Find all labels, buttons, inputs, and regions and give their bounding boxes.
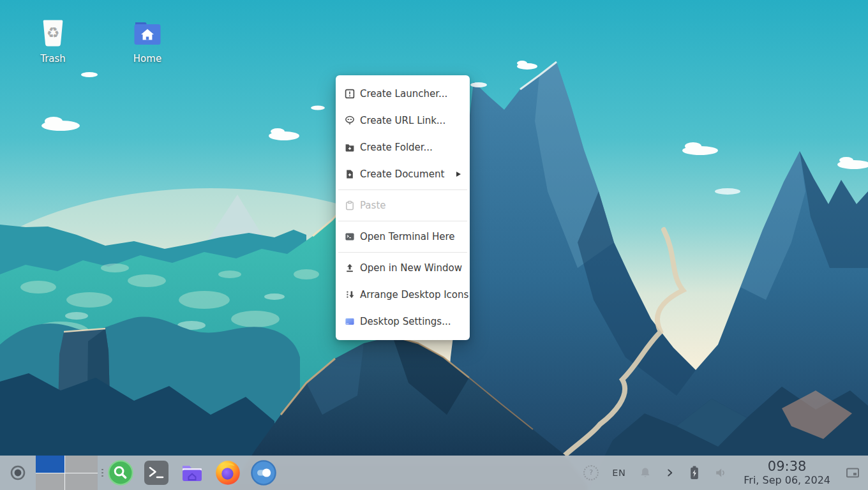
menu-item-label: Create URL Link... (360, 115, 445, 126)
terminal-launcher-button[interactable] (144, 460, 169, 486)
speaker-icon (714, 466, 728, 480)
workspace-pager (36, 456, 98, 490)
desktop: ♻ Trash Home Create Launch (0, 0, 868, 490)
desktop-settings-icon (345, 316, 355, 327)
menu-item-desktop-settings[interactable]: Desktop Settings... (336, 308, 470, 335)
arrange-icons-icon (345, 290, 355, 300)
create-launcher-icon (345, 89, 355, 99)
display-toggle-button[interactable] (251, 460, 276, 486)
file-manager-button[interactable] (179, 460, 205, 486)
toggle-switch-icon (251, 460, 276, 486)
menu-item-label: Create Launcher... (360, 88, 447, 100)
bell-icon (639, 466, 652, 479)
desktop-icon-label: Home (133, 53, 161, 64)
help-badge-icon[interactable]: ? (583, 465, 599, 480)
menu-item-label: Desktop Settings... (360, 316, 451, 327)
panel-drag-handle[interactable] (101, 469, 103, 477)
svg-text:♻: ♻ (47, 24, 60, 41)
menu-separator (338, 221, 467, 221)
menu-separator (338, 189, 467, 190)
menu-item-label: Arrange Desktop Icons (360, 289, 468, 301)
application-finder-button[interactable] (108, 460, 133, 486)
menu-separator (338, 252, 467, 253)
menu-item-create-launcher[interactable]: Create Launcher... (336, 80, 470, 107)
create-document-icon (345, 169, 355, 179)
notifications-button[interactable] (639, 466, 652, 479)
desktop-icon-home[interactable]: Home (117, 17, 178, 64)
menu-item-create-document[interactable]: Create Document (336, 161, 470, 188)
submenu-arrow-icon (456, 172, 461, 177)
desktop-icon-label: Trash (40, 53, 66, 64)
show-desktop-button[interactable] (846, 466, 860, 479)
chevron-right-icon (665, 468, 675, 477)
system-tray: ? EN (583, 459, 868, 486)
clock-date: Fri, Sep 06, 2024 (744, 475, 830, 486)
menu-item-open-terminal-here[interactable]: Open Terminal Here (336, 223, 470, 250)
trash-icon: ♻ (36, 17, 70, 50)
terminal-icon (345, 232, 355, 242)
menu-item-label: Create Folder... (360, 142, 433, 153)
taskbar: ? EN (0, 456, 868, 490)
desktop-context-menu: Create Launcher... Create URL Link... Cr… (336, 75, 470, 340)
show-desktop-orb-button[interactable] (10, 464, 26, 481)
search-icon (108, 460, 133, 486)
workspace-1[interactable] (36, 456, 64, 473)
menu-item-open-in-new-window[interactable]: Open in New Window (336, 255, 470, 281)
menu-item-label: Create Document (360, 168, 444, 180)
terminal-icon (144, 461, 168, 485)
menu-item-label: Open in New Window (360, 262, 462, 274)
desktop-icon-trash[interactable]: ♻ Trash (22, 17, 84, 64)
circle-dot-icon (10, 464, 26, 481)
workspace-4[interactable] (65, 473, 98, 490)
menu-item-label: Paste (360, 200, 386, 211)
paste-icon (345, 200, 355, 211)
launcher-group (108, 460, 276, 486)
menu-item-create-url-link[interactable]: Create URL Link... (336, 107, 470, 134)
show-desktop-icon (846, 466, 860, 479)
battery-charging-icon (688, 465, 701, 480)
clock[interactable]: 09:38 Fri, Sep 06, 2024 (744, 459, 830, 486)
create-folder-icon (345, 142, 355, 152)
menu-item-create-folder[interactable]: Create Folder... (336, 134, 470, 161)
battery-indicator[interactable] (688, 465, 701, 480)
home-folder-icon (131, 17, 164, 50)
folder-icon (179, 460, 205, 486)
menu-item-arrange-desktop-icons[interactable]: Arrange Desktop Icons (336, 281, 470, 308)
tray-expand-button[interactable] (665, 468, 675, 477)
create-url-link-icon (345, 115, 355, 126)
clock-time: 09:38 (744, 459, 830, 475)
menu-item-paste: Paste (336, 192, 470, 219)
firefox-button[interactable] (215, 460, 241, 486)
firefox-icon (215, 460, 241, 486)
open-new-window-icon (345, 263, 355, 273)
menu-item-label: Open Terminal Here (360, 231, 455, 242)
keyboard-layout-indicator[interactable]: EN (612, 468, 625, 478)
volume-button[interactable] (714, 466, 728, 480)
workspace-3[interactable] (36, 473, 64, 490)
workspace-2[interactable] (65, 456, 98, 473)
